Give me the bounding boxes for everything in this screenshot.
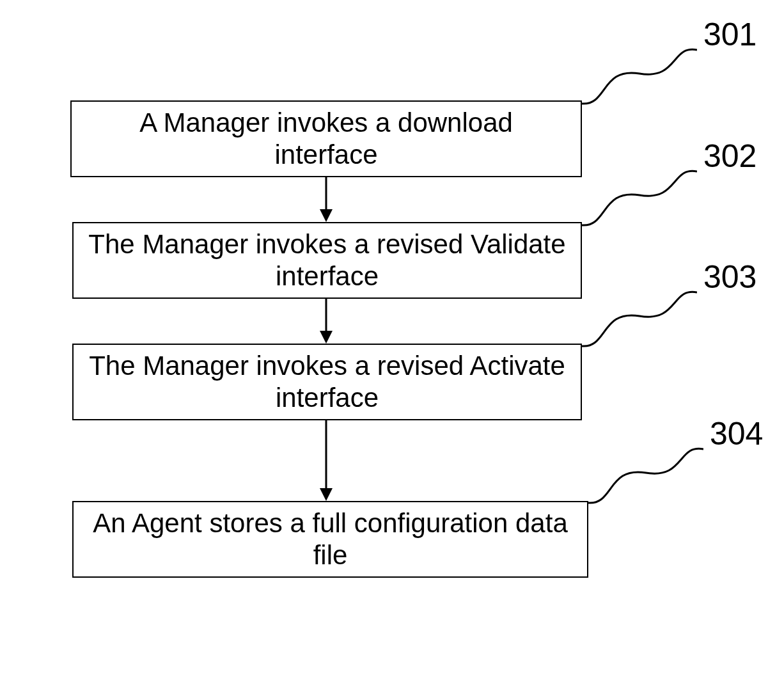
svg-marker-5 bbox=[320, 488, 333, 501]
step-301-text: A Manager invokes a download interface bbox=[84, 107, 568, 171]
arrow-301-302 bbox=[318, 177, 334, 222]
callout-line-303 bbox=[582, 287, 697, 351]
step-303: The Manager invokes a revised Activate i… bbox=[72, 344, 582, 420]
svg-marker-3 bbox=[320, 331, 333, 344]
callout-line-302 bbox=[582, 166, 697, 230]
step-304: An Agent stores a full configuration dat… bbox=[72, 501, 588, 578]
step-303-text: The Manager invokes a revised Activate i… bbox=[86, 350, 568, 415]
svg-marker-1 bbox=[320, 209, 333, 222]
flowchart-container: A Manager invokes a download interface 3… bbox=[0, 0, 784, 682]
callout-line-301 bbox=[582, 45, 697, 109]
step-304-text: An Agent stores a full configuration dat… bbox=[86, 507, 574, 572]
step-301: A Manager invokes a download interface bbox=[70, 100, 582, 177]
step-303-label: 303 bbox=[703, 258, 757, 296]
step-302-text: The Manager invokes a revised Validate i… bbox=[86, 228, 568, 293]
step-302: The Manager invokes a revised Validate i… bbox=[72, 222, 582, 299]
step-302-label: 302 bbox=[703, 138, 757, 175]
arrow-303-304 bbox=[318, 420, 334, 501]
step-304-label: 304 bbox=[710, 415, 763, 452]
callout-line-304 bbox=[588, 444, 703, 508]
arrow-302-303 bbox=[318, 299, 334, 344]
step-301-label: 301 bbox=[703, 16, 757, 53]
